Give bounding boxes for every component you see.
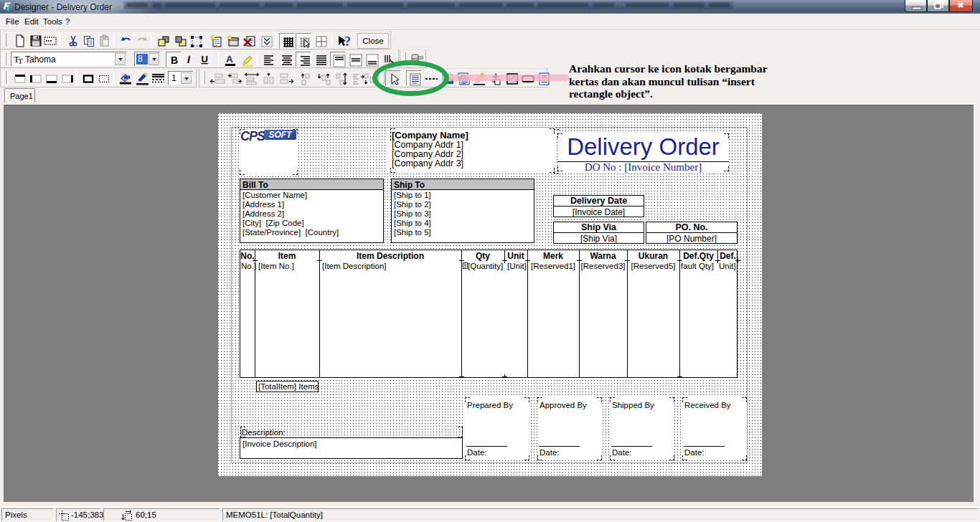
svg-text:I: I bbox=[187, 54, 191, 65]
svg-text:?: ? bbox=[344, 34, 351, 49]
svg-text:A: A bbox=[226, 54, 233, 65]
svg-text:U: U bbox=[202, 54, 208, 65]
svg-text:T: T bbox=[18, 57, 23, 65]
svg-text:B: B bbox=[171, 54, 178, 66]
